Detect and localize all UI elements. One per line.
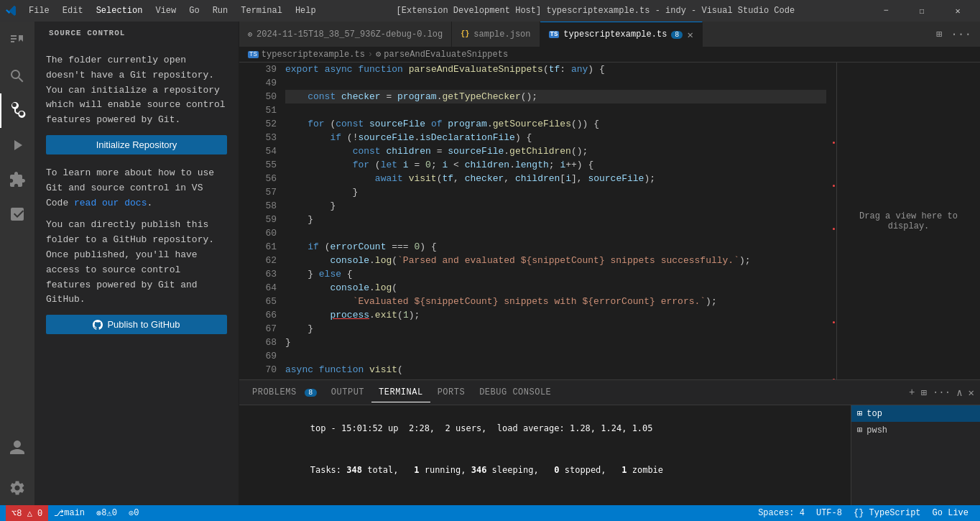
tab-bar: ⊙ 2024-11-15T18_38_57_936Z-debug-0.log {… xyxy=(239,22,980,47)
status-remote[interactable]: ⌥ 8 △ 0 xyxy=(6,505,48,521)
remote-icon: ⌥ xyxy=(11,508,17,519)
tab-json-icon: {} xyxy=(461,30,469,38)
ln-55: 55 xyxy=(239,158,277,172)
error-count: 8 xyxy=(101,508,106,518)
status-branch[interactable]: ⎇ main xyxy=(48,505,91,521)
branch-label: main xyxy=(64,508,85,518)
sidebar-item-run-debug[interactable] xyxy=(0,128,34,162)
tab-ts-close[interactable]: ✕ xyxy=(687,29,693,41)
tab-log-icon: ⊙ xyxy=(248,30,252,39)
breadcrumb-file[interactable]: typescriptexample.ts xyxy=(262,50,365,60)
ln-56: 56 xyxy=(239,172,277,185)
menu-view[interactable]: View xyxy=(149,4,182,17)
terminal-maximize-button[interactable]: ∧ xyxy=(956,387,962,399)
terminal-instance-pwsh[interactable]: ⊞ pwsh xyxy=(851,422,980,438)
split-editor-button[interactable]: ⊞ xyxy=(933,27,945,42)
tab-log-label: 2024-11-15T18_38_57_936Z-debug-0.log xyxy=(256,29,443,40)
code-line-58: } xyxy=(285,199,826,213)
tab-log[interactable]: ⊙ 2024-11-15T18_38_57_936Z-debug-0.log xyxy=(239,22,452,47)
tab-ts-label: typescriptexample.ts xyxy=(563,29,667,40)
tab-ports[interactable]: PORTS xyxy=(430,383,473,402)
tab-terminal[interactable]: TERMINAL xyxy=(371,383,430,402)
ln-39: 39 xyxy=(239,63,277,76)
menu-terminal[interactable]: Terminal xyxy=(235,4,288,17)
tab-ts-badge: 8 xyxy=(671,31,683,39)
maximize-button[interactable]: ☐ xyxy=(905,0,938,22)
sidebar-item-search[interactable] xyxy=(0,59,34,93)
ln-57: 57 xyxy=(239,185,277,199)
line-numbers: 39 49 50 51 52 53 54 55 56 57 58 59 60 6… xyxy=(239,63,282,379)
terminal-line-3: %Cpu(s): 35.1 us, 12.1 sy, 8.3 ni, 40.8 … xyxy=(248,491,842,505)
ln-52: 52 xyxy=(239,117,277,131)
tab-more-button[interactable]: ··· xyxy=(948,27,974,42)
menu-file[interactable]: File xyxy=(23,4,55,17)
code-line-53: if (!sourceFile.isDeclarationFile) { xyxy=(285,131,826,144)
menu-edit[interactable]: Edit xyxy=(57,4,89,17)
terminal-instance-top[interactable]: ⊞ top xyxy=(851,405,980,422)
publish-to-github-button[interactable]: Publish to GitHub xyxy=(46,315,227,334)
menu-bar: File Edit Selection View Go Run Terminal… xyxy=(23,4,322,17)
breadcrumb-ts-icon: TS xyxy=(248,51,259,58)
titlebar-left: File Edit Selection View Go Run Terminal… xyxy=(6,4,322,17)
ln-69: 69 xyxy=(239,349,277,363)
panel-actions: + ⊞ ··· ∧ ✕ xyxy=(909,387,974,399)
status-language[interactable]: {} TypeScript xyxy=(848,505,927,521)
menu-help[interactable]: Help xyxy=(290,4,322,17)
editor-area: ⊙ 2024-11-15T18_38_57_936Z-debug-0.log {… xyxy=(239,22,980,505)
repo-icon: ⊙ xyxy=(129,508,134,519)
minimize-button[interactable]: − xyxy=(869,0,902,22)
tab-json[interactable]: {} sample.json xyxy=(452,22,540,47)
code-area[interactable]: export async function parseAndEvaluateSn… xyxy=(282,63,826,379)
terminal-line-2: Tasks: 348 total, 1 running, 346 sleepin… xyxy=(248,450,842,492)
status-golive[interactable]: Go Live xyxy=(927,505,974,521)
sidebar-item-account[interactable] xyxy=(0,430,34,465)
ln-64: 64 xyxy=(239,281,277,295)
status-encoding[interactable]: UTF-8 xyxy=(810,505,848,521)
read-docs-link[interactable]: read our docs xyxy=(74,198,147,208)
scroll-mark-1 xyxy=(833,142,835,144)
tab-problems[interactable]: PROBLEMS 8 xyxy=(245,383,324,402)
ln-70: 70 xyxy=(239,363,277,377)
breadcrumb-fn[interactable]: parseAndEvaluateSnippets xyxy=(384,50,508,60)
sidebar-item-explorer[interactable] xyxy=(0,24,34,59)
code-line-61: if (errorCount === 0) { xyxy=(285,240,826,254)
status-spaces[interactable]: Spaces: 4 xyxy=(752,505,810,521)
scroll-mark-3 xyxy=(833,228,835,230)
code-line-67: } xyxy=(285,322,826,336)
terminal-content[interactable]: top - 15:01:52 up 2:28, 2 users, load av… xyxy=(239,405,851,505)
editor-scrollbar[interactable] xyxy=(826,63,836,379)
sidebar-item-settings[interactable] xyxy=(0,471,34,505)
menu-go[interactable]: Go xyxy=(183,4,205,17)
vscode-icon xyxy=(6,5,17,17)
tab-output[interactable]: OUTPUT xyxy=(324,383,371,402)
status-repo[interactable]: ⊙ 0 xyxy=(123,505,144,521)
status-errors[interactable]: ⊗ 8 ⚠ 0 xyxy=(91,505,123,521)
ln-60: 60 xyxy=(239,226,277,240)
close-button[interactable]: ✕ xyxy=(941,0,974,22)
ln-53: 53 xyxy=(239,131,277,144)
sidebar-item-testing[interactable] xyxy=(0,197,34,231)
ln-61: 61 xyxy=(239,240,277,254)
sidebar-description1: The folder currently open doesn't have a… xyxy=(46,53,227,128)
tab-debug-console[interactable]: DEBUG CONSOLE xyxy=(472,383,558,402)
menu-run[interactable]: Run xyxy=(207,4,234,17)
sidebar-item-source-control[interactable] xyxy=(0,93,34,128)
new-terminal-button[interactable]: + xyxy=(909,387,915,398)
terminal-more-button[interactable]: ··· xyxy=(933,387,951,398)
tab-ts[interactable]: TS typescriptexample.ts 8 ✕ xyxy=(540,22,703,47)
initialize-repository-button[interactable]: Initialize Repository xyxy=(46,135,227,155)
code-line-66: process.exit(1); xyxy=(285,308,826,322)
code-line-69 xyxy=(285,349,826,363)
secondary-side-message: Drag a view here to display. xyxy=(837,200,980,243)
warning-icon: ⚠ xyxy=(107,508,112,519)
ln-58: 58 xyxy=(239,199,277,213)
ln-51: 51 xyxy=(239,103,277,117)
menu-selection[interactable]: Selection xyxy=(91,4,149,17)
breadcrumb-separator: › xyxy=(368,50,373,60)
error-icon: ⊗ xyxy=(96,508,101,519)
sidebar-item-extensions[interactable] xyxy=(0,162,34,197)
terminal-close-button[interactable]: ✕ xyxy=(969,387,974,399)
terminal-label-pwsh: pwsh xyxy=(866,425,887,435)
terminal-split-button[interactable]: ⊞ xyxy=(920,387,926,399)
sidebar: SOURCE CONTROL The folder currently open… xyxy=(34,22,239,505)
